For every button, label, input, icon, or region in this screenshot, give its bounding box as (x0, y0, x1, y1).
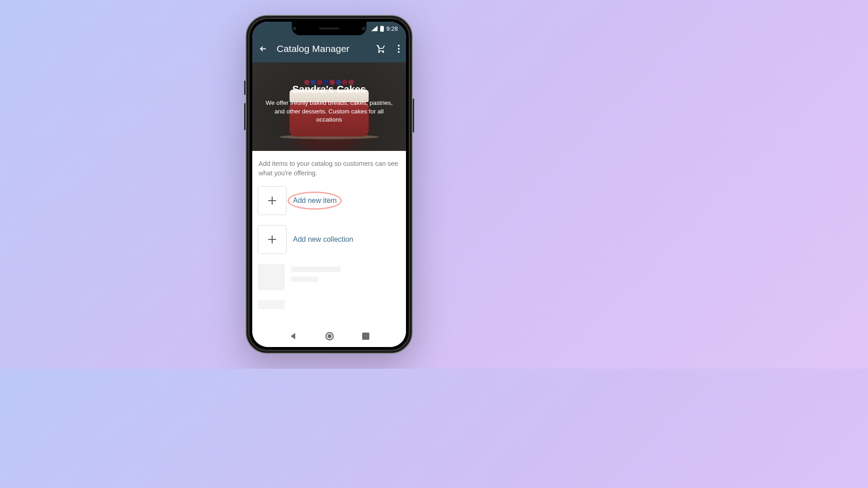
signal-icon (371, 26, 377, 31)
power-button (413, 99, 414, 132)
svg-point-2 (398, 45, 400, 47)
back-arrow-icon[interactable] (259, 44, 268, 53)
plus-icon-box (258, 225, 287, 254)
loading-placeholder (258, 300, 401, 309)
placeholder-line (291, 267, 341, 272)
add-new-collection-label: Add new collection (293, 235, 353, 244)
content-area: Add items to your catalog so customers c… (252, 151, 406, 309)
catalog-hero: Sandra's Cakes We offer freshly baked br… (252, 62, 406, 151)
more-vert-icon[interactable] (398, 45, 400, 53)
sensor-dot (362, 27, 366, 30)
battery-icon (380, 26, 384, 32)
nav-back-icon[interactable] (289, 332, 297, 340)
nav-recents-icon[interactable] (362, 333, 369, 340)
svg-rect-0 (380, 26, 384, 32)
svg-point-6 (328, 334, 332, 338)
cart-icon[interactable] (376, 44, 386, 54)
camera-dot (293, 27, 297, 30)
add-new-item-row[interactable]: Add new item (258, 186, 401, 215)
placeholder-thumb (258, 264, 285, 290)
app-actions (376, 44, 400, 54)
app-title: Catalog Manager (277, 43, 367, 54)
catalog-hint: Add items to your catalog so customers c… (258, 158, 401, 186)
screen: 9:28 Catalog Manager Sandra (252, 22, 406, 347)
plus-icon-box (258, 186, 287, 215)
svg-rect-7 (362, 333, 369, 340)
business-name: Sandra's Cakes (292, 84, 366, 95)
speaker-grille (319, 28, 340, 29)
phone-mockup: 9:28 Catalog Manager Sandra (245, 15, 413, 354)
svg-rect-1 (381, 26, 382, 27)
placeholder-thumb (258, 300, 285, 309)
android-nav-bar (252, 325, 406, 347)
business-description: We offer freshly baked breads, cakes, pa… (265, 99, 393, 125)
notch (292, 22, 367, 35)
placeholder-lines (291, 264, 341, 290)
status-time: 9:28 (387, 25, 398, 32)
placeholder-line (291, 277, 318, 282)
add-new-item-label: Add new item (293, 197, 337, 205)
add-new-collection-row[interactable]: Add new collection (258, 225, 401, 254)
loading-placeholder (258, 264, 401, 290)
nav-home-icon[interactable] (325, 332, 334, 341)
svg-point-4 (398, 51, 400, 53)
app-bar: Catalog Manager (252, 35, 406, 62)
svg-point-3 (398, 48, 400, 50)
